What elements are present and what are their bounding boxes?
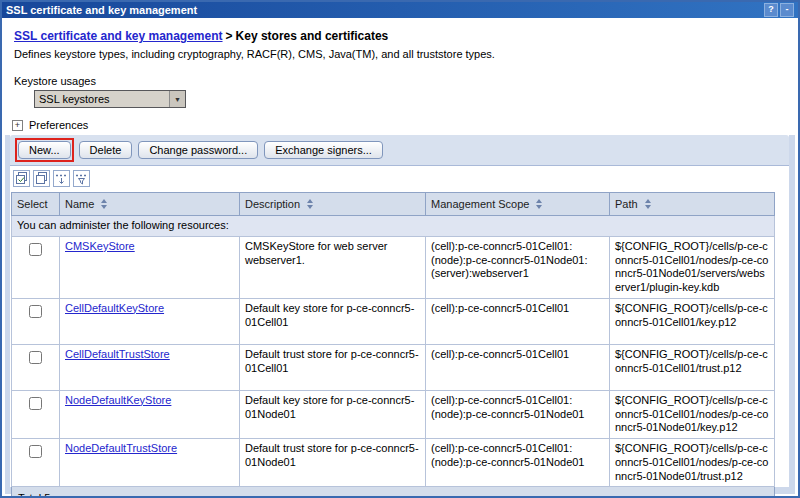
delete-button[interactable]: Delete (79, 141, 133, 159)
breadcrumb-link-ssl-management[interactable]: SSL certificate and key management (14, 29, 223, 43)
keystore-scope: (cell):p-ce-conncr5-01Cell01 (426, 298, 610, 344)
keystore-usages-label: Keystore usages (14, 75, 786, 87)
table-toolbar (10, 166, 789, 192)
deselect-all-icon[interactable] (33, 170, 50, 187)
keystore-description: Default key store for p-ce-conncr5-01Cel… (240, 298, 426, 344)
breadcrumb: SSL certificate and key management>Key s… (14, 29, 786, 43)
keystore-path: ${CONFIG_ROOT}/cells/p-ce-conncr5-01Cell… (610, 439, 775, 487)
column-header-name[interactable]: Name (60, 193, 240, 216)
page-description: Defines keystore types, including crypto… (14, 48, 786, 60)
keystore-path: ${CONFIG_ROOT}/cells/p-ce-conncr5-01Cell… (610, 298, 775, 344)
keystore-link[interactable]: CMSKeyStore (65, 240, 135, 252)
table-row: CellDefaultTrustStore Default trust stor… (12, 344, 775, 390)
keystore-scope: (cell):p-ce-conncr5-01Cell01: (node):p-c… (426, 236, 610, 298)
keystore-link[interactable]: CellDefaultTrustStore (65, 348, 170, 360)
total-count: Total 5 (12, 487, 775, 498)
keystore-scope: (cell):p-ce-conncr5-01Cell01: (node):p-c… (426, 390, 610, 438)
column-header-description[interactable]: Description (240, 193, 426, 216)
keystore-description: Default trust store for p-ce-conncr5-01N… (240, 439, 426, 487)
keystore-scope: (cell):p-ce-conncr5-01Cell01: (node):p-c… (426, 439, 610, 487)
row-select-checkbox[interactable] (29, 305, 42, 318)
window-title: SSL certificate and key management (6, 4, 197, 16)
table-row: NodeDefaultTrustStore Default trust stor… (12, 439, 775, 487)
select-all-icon[interactable] (13, 170, 30, 187)
table-caption: You can administer the following resourc… (12, 216, 775, 237)
sort-icon[interactable] (536, 199, 542, 209)
table-header-row: Select Name Description Management Scope (12, 193, 775, 216)
keystore-scope: (cell):p-ce-conncr5-01Cell01 (426, 344, 610, 390)
keystores-table: Select Name Description Management Scope (11, 192, 775, 498)
keystore-path: ${CONFIG_ROOT}/cells/p-ce-conncr5-01Cell… (610, 390, 775, 438)
new-button-highlight: New... (15, 138, 74, 162)
row-select-checkbox[interactable] (29, 351, 42, 364)
sort-icon[interactable] (645, 199, 651, 209)
table-row: CMSKeyStore CMSKeyStore for web server w… (12, 236, 775, 298)
sort-icon[interactable] (307, 199, 313, 209)
breadcrumb-separator: > (226, 29, 233, 43)
keystore-description: Default trust store for p-ce-conncr5-01C… (240, 344, 426, 390)
row-select-checkbox[interactable] (29, 445, 42, 458)
column-header-path[interactable]: Path (610, 193, 775, 216)
table-caption-row: You can administer the following resourc… (12, 216, 775, 237)
keystore-link[interactable]: CellDefaultKeyStore (65, 302, 164, 314)
expand-icon[interactable]: + (12, 120, 23, 131)
help-icon[interactable]: ? (764, 3, 778, 17)
column-header-select: Select (12, 193, 60, 216)
row-select-checkbox[interactable] (29, 243, 42, 256)
action-button-bar: New... Delete Change password... Exchang… (10, 135, 789, 166)
new-button[interactable]: New... (18, 141, 71, 159)
keystore-usages-block: Keystore usages SSL keystores ▼ (14, 75, 786, 108)
keystore-usages-select[interactable]: SSL keystores ▼ (34, 90, 186, 108)
show-filter-icon[interactable] (53, 170, 70, 187)
clear-filter-icon[interactable] (73, 170, 90, 187)
window-titlebar: SSL certificate and key management ? - (2, 2, 798, 18)
chevron-down-icon: ▼ (169, 91, 185, 107)
table-row: CellDefaultKeyStore Default key store fo… (12, 298, 775, 344)
keystore-table-panel: New... Delete Change password... Exchang… (5, 135, 795, 494)
table-footer-row: Total 5 (12, 487, 775, 498)
preferences-toggle[interactable]: + Preferences (12, 119, 796, 131)
keystore-path: ${CONFIG_ROOT}/cells/p-ce-conncr5-01Cell… (610, 344, 775, 390)
breadcrumb-current: Key stores and certificates (236, 29, 389, 43)
exchange-signers-button[interactable]: Exchange signers... (264, 141, 383, 159)
table-row: NodeDefaultKeyStore Default key store fo… (12, 390, 775, 438)
keystore-link[interactable]: NodeDefaultKeyStore (65, 394, 171, 406)
ssl-management-window: SSL certificate and key management ? - S… (0, 0, 800, 498)
minimize-icon[interactable]: - (780, 3, 794, 17)
keystore-path: ${CONFIG_ROOT}/cells/p-ce-conncr5-01Cell… (610, 236, 775, 298)
preferences-label: Preferences (29, 119, 88, 131)
page-content: SSL certificate and key management>Key s… (2, 18, 798, 496)
change-password-button[interactable]: Change password... (138, 141, 258, 159)
sort-icon[interactable] (101, 199, 107, 209)
column-header-management-scope[interactable]: Management Scope (426, 193, 610, 216)
row-select-checkbox[interactable] (29, 397, 42, 410)
window-controls: ? - (764, 3, 794, 17)
keystore-link[interactable]: NodeDefaultTrustStore (65, 442, 177, 454)
keystore-description: CMSKeyStore for web server webserver1. (240, 236, 426, 298)
keystore-description: Default key store for p-ce-conncr5-01Nod… (240, 390, 426, 438)
keystore-usages-value: SSL keystores (35, 91, 169, 107)
